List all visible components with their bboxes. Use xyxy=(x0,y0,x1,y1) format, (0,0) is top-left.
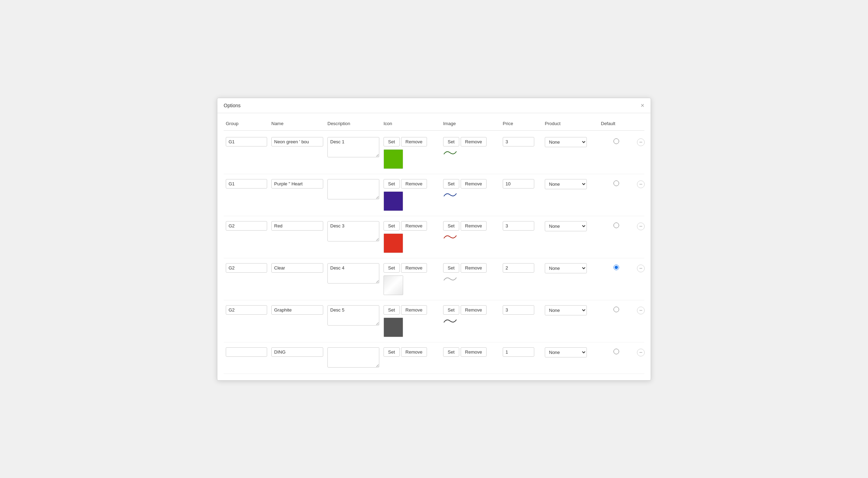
default-radio[interactable] xyxy=(613,138,619,144)
table-row: Desc 4 Set Remove Set Remove xyxy=(224,258,644,300)
group-input[interactable] xyxy=(226,263,267,273)
col-icon: Icon xyxy=(381,120,441,128)
image-set-button[interactable]: Set xyxy=(443,263,459,273)
name-input[interactable] xyxy=(271,305,323,315)
product-select[interactable]: None xyxy=(545,347,587,357)
icon-set-button[interactable]: Set xyxy=(384,179,400,189)
remove-row-button[interactable]: − xyxy=(637,265,645,272)
remove-cell: − xyxy=(634,304,648,314)
icon-swatch xyxy=(384,275,403,295)
name-input[interactable] xyxy=(271,221,323,231)
remove-row-button[interactable]: − xyxy=(637,307,645,314)
image-remove-button[interactable]: Remove xyxy=(461,179,487,189)
product-cell: None xyxy=(543,346,599,359)
image-set-button[interactable]: Set xyxy=(443,347,459,357)
default-radio[interactable] xyxy=(613,349,619,354)
description-input[interactable]: Desc 3 xyxy=(327,221,379,241)
remove-row-button[interactable]: − xyxy=(637,138,645,146)
group-input[interactable] xyxy=(226,179,267,189)
remove-row-button[interactable]: − xyxy=(637,223,645,230)
icon-cell: Set Remove xyxy=(381,220,441,254)
price-cell xyxy=(501,346,543,358)
close-button[interactable]: × xyxy=(640,102,644,109)
description-input[interactable]: Desc 5 xyxy=(327,305,379,326)
modal-body: Group Name Description Icon Image Price … xyxy=(217,113,651,380)
image-remove-button[interactable]: Remove xyxy=(461,137,487,146)
image-remove-button[interactable]: Remove xyxy=(461,305,487,315)
default-radio[interactable] xyxy=(613,307,619,312)
icon-swatch xyxy=(384,191,403,211)
description-input[interactable] xyxy=(327,347,379,368)
remove-cell: − xyxy=(634,262,648,272)
price-input[interactable] xyxy=(503,179,534,189)
image-set-button[interactable]: Set xyxy=(443,179,459,189)
default-radio[interactable] xyxy=(613,265,619,270)
image-remove-button[interactable]: Remove xyxy=(461,347,487,357)
remove-cell: − xyxy=(634,220,648,230)
price-input[interactable] xyxy=(503,347,534,357)
group-input[interactable] xyxy=(226,305,267,315)
column-headers: Group Name Description Icon Image Price … xyxy=(224,120,644,131)
group-input[interactable] xyxy=(226,221,267,231)
image-preview xyxy=(443,317,460,325)
price-input[interactable] xyxy=(503,305,534,315)
price-input[interactable] xyxy=(503,263,534,273)
icon-set-button[interactable]: Set xyxy=(384,263,400,273)
name-cell xyxy=(269,220,325,232)
image-cell: Set Remove xyxy=(441,136,501,158)
image-remove-button[interactable]: Remove xyxy=(461,263,487,273)
icon-set-button[interactable]: Set xyxy=(384,221,400,231)
image-set-button[interactable]: Set xyxy=(443,137,459,146)
description-input[interactable]: Desc 4 xyxy=(327,263,379,284)
product-select[interactable]: None xyxy=(545,179,587,189)
default-radio[interactable] xyxy=(613,180,619,186)
icon-swatch xyxy=(384,149,403,169)
description-input[interactable]: Desc 1 xyxy=(327,137,379,157)
table-row: Set Remove Set Remove xyxy=(224,342,644,374)
name-cell xyxy=(269,136,325,148)
icon-remove-button[interactable]: Remove xyxy=(401,263,427,273)
product-cell: None xyxy=(543,304,599,317)
group-cell xyxy=(224,220,269,232)
name-input[interactable] xyxy=(271,347,323,357)
remove-row-button[interactable]: − xyxy=(637,349,645,356)
image-cell: Set Remove xyxy=(441,262,501,284)
icon-set-button[interactable]: Set xyxy=(384,347,400,357)
price-input[interactable] xyxy=(503,137,534,146)
product-select[interactable]: None xyxy=(545,137,587,147)
group-cell xyxy=(224,136,269,148)
name-input[interactable] xyxy=(271,179,323,189)
icon-remove-button[interactable]: Remove xyxy=(401,137,427,146)
description-input[interactable] xyxy=(327,179,379,199)
name-input[interactable] xyxy=(271,137,323,146)
icon-remove-button[interactable]: Remove xyxy=(401,305,427,315)
description-cell: Desc 5 xyxy=(325,304,381,328)
icon-cell: Set Remove xyxy=(381,346,441,358)
name-cell xyxy=(269,304,325,316)
icon-remove-button[interactable]: Remove xyxy=(401,347,427,357)
default-radio[interactable] xyxy=(613,223,619,228)
description-cell xyxy=(325,346,381,370)
product-select[interactable]: None xyxy=(545,263,587,273)
product-select[interactable]: None xyxy=(545,305,587,315)
group-input[interactable] xyxy=(226,347,267,357)
col-default: Default xyxy=(599,120,634,128)
price-input[interactable] xyxy=(503,221,534,231)
icon-set-button[interactable]: Set xyxy=(384,305,400,315)
price-cell xyxy=(501,178,543,190)
icon-cell: Set Remove xyxy=(381,304,441,339)
default-cell xyxy=(599,262,634,270)
modal-header: Options × xyxy=(217,98,651,113)
group-input[interactable] xyxy=(226,137,267,146)
remove-row-button[interactable]: − xyxy=(637,180,645,188)
icon-remove-button[interactable]: Remove xyxy=(401,221,427,231)
image-remove-button[interactable]: Remove xyxy=(461,221,487,231)
name-input[interactable] xyxy=(271,263,323,273)
icon-remove-button[interactable]: Remove xyxy=(401,179,427,189)
image-set-button[interactable]: Set xyxy=(443,305,459,315)
product-select[interactable]: None xyxy=(545,221,587,231)
icon-set-button[interactable]: Set xyxy=(384,137,400,146)
image-cell: Set Remove xyxy=(441,304,501,326)
group-cell xyxy=(224,304,269,316)
image-set-button[interactable]: Set xyxy=(443,221,459,231)
